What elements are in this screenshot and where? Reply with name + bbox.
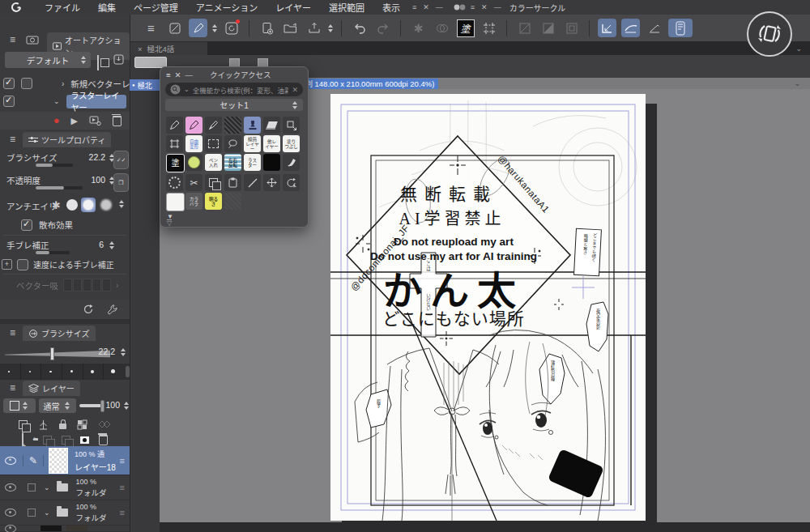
brush-preset-strip[interactable] (0, 364, 130, 380)
layer-thumbnail[interactable] (49, 448, 68, 474)
qa-pen-ire[interactable]: ペン 入れ (205, 154, 222, 171)
search-placeholder[interactable]: 全機能から検索(例：変形、油彩ブラシ) (193, 85, 289, 95)
brush-size-handle[interactable] (50, 347, 54, 360)
palette1-minimize-icon[interactable]: — (433, 3, 446, 11)
action-row-raster[interactable]: ⌄ ラスターレイヤー (3, 93, 126, 109)
open-file-icon[interactable] (281, 19, 300, 37)
new-canvas-icon[interactable] (258, 19, 276, 37)
tab-layer[interactable]: レイヤー (23, 381, 80, 396)
layer-check[interactable] (28, 483, 36, 492)
qa-copy[interactable] (205, 174, 222, 191)
qa-senga-layer[interactable]: 線画 レイヤー (244, 135, 261, 152)
search-scope-chevron[interactable]: ⌄ (184, 86, 190, 93)
opacity-source-button[interactable]: ❐ (113, 173, 129, 192)
qa-color-balance[interactable]: カラ バラ (185, 193, 202, 210)
layer-drag-handle[interactable]: ≡ (120, 483, 125, 492)
layer-mask-icon[interactable] (80, 436, 89, 444)
trim-canvas-icon[interactable] (480, 19, 498, 37)
action-check[interactable] (3, 78, 15, 89)
quick-access-palette[interactable]: ≡ ✕ — クイックアクセス ⌄ 全機能から検索(例：変形、油彩ブラシ) ✕ セ… (160, 66, 309, 228)
qa-brightness[interactable]: 明る さ (205, 193, 222, 210)
layer-row-partial[interactable] (0, 526, 130, 532)
tab-brush-size[interactable]: ブラシサイズ (23, 326, 96, 341)
quick-access-titlebar[interactable]: ≡ ✕ — クイックアクセス (160, 67, 308, 82)
action-set-dropdown[interactable]: デフォルト (5, 52, 91, 68)
no-rotate-icon[interactable] (515, 19, 534, 37)
qa-pen-tool-2[interactable] (205, 117, 222, 134)
manga-page[interactable]: ここは いけない @doconimonai_JF @harukanataA1 無… (330, 94, 646, 521)
layer-row-selected[interactable]: ✎ 100 % 通 レイヤー18 ≡ (0, 446, 130, 475)
search-clear-icon[interactable]: ✕ (292, 86, 298, 94)
aa-strong-icon[interactable] (100, 199, 112, 211)
clip-studio-badge-icon[interactable] (222, 19, 241, 37)
delete-action-icon[interactable] (113, 116, 122, 126)
import-set-icon[interactable] (113, 54, 124, 65)
qa-straight-line[interactable] (244, 174, 261, 191)
tool-stepper[interactable] (212, 24, 217, 32)
autoaction-menu-icon[interactable]: ≡ (10, 34, 15, 45)
menu-layer[interactable]: レイヤー (266, 1, 320, 14)
delete-layer-icon[interactable] (99, 435, 108, 445)
brush-size-panel-value[interactable]: 22.2 (94, 347, 115, 356)
qa-lasso-tool[interactable] (224, 135, 241, 152)
qa-transform-tool[interactable] (283, 117, 300, 134)
folder-collapse-icon[interactable]: ⌄ (44, 509, 50, 517)
qa-brush-stroke[interactable] (283, 154, 300, 171)
info-bar-chevron-icon[interactable]: ⌄ (794, 79, 800, 87)
qa-search-bar[interactable]: ⌄ 全機能から検索(例：変形、油彩ブラシ) ✕ (165, 83, 303, 96)
aa-none-icon[interactable]: ✱ (52, 199, 61, 211)
snap-special-ruler-icon[interactable] (621, 19, 640, 37)
collapse-icon[interactable]: ⌄ (53, 97, 60, 105)
qa-set-dropdown[interactable]: セット1 (165, 99, 303, 111)
tab-close-icon[interactable]: × (138, 45, 143, 53)
brush-size-panel-stepper[interactable] (121, 348, 126, 356)
tab-tool-property[interactable]: ツールプロパティ (23, 132, 111, 147)
preset-scrollbar[interactable] (126, 366, 130, 377)
palette2-minimize-icon[interactable]: — (491, 3, 505, 11)
menu-edit[interactable]: 編集 (89, 1, 125, 14)
layer-opacity-stepper[interactable] (124, 402, 129, 410)
main-menu-icon[interactable]: ≡ (142, 19, 160, 37)
autoaction-aux-icon[interactable] (26, 35, 39, 45)
menu-animation[interactable]: アニメーション (187, 1, 267, 14)
blend-mode-dropdown[interactable]: 通常 (39, 398, 76, 413)
qa-free-transform[interactable]: 自由 変形 (185, 135, 202, 152)
qa-crop-tool[interactable] (166, 135, 183, 152)
layer-opacity-value[interactable]: 100 (104, 400, 120, 410)
speed-stabilization-row[interactable]: + 速度による手ブレ補正 (2, 258, 114, 270)
scatter-row[interactable]: 散布効果 (21, 219, 73, 231)
qa-cut[interactable]: ✂ (185, 174, 202, 191)
merge-down-icon[interactable] (62, 436, 70, 445)
vector-expand-icon[interactable]: › (116, 281, 118, 290)
aa-weak-icon[interactable] (66, 199, 78, 211)
qa-pattern-dim[interactable] (224, 193, 241, 210)
toolprop-menu-icon[interactable]: ≡ (10, 134, 15, 145)
canvas-tab[interactable]: × 極北4話 (130, 42, 207, 55)
fill-command-icon[interactable]: 塗 (456, 19, 475, 37)
qa-rect-select[interactable] (205, 135, 222, 152)
stabilization-value[interactable]: 6 (87, 240, 104, 249)
qa-pen-tool[interactable] (166, 117, 183, 134)
palette1-menu-icon[interactable]: ≡ (409, 3, 420, 11)
menu-page[interactable]: ページ管理 (125, 1, 187, 14)
qa-eraser-tool[interactable] (263, 117, 280, 134)
palette2-close-icon[interactable]: ✕ (478, 3, 491, 11)
expand-plus-icon[interactable]: + (2, 259, 12, 270)
qa-processing[interactable] (166, 174, 183, 191)
qa-pink-pen-tool[interactable] (185, 117, 202, 134)
brushsize-menu-icon[interactable]: ≡ (10, 327, 15, 338)
qa-menu-icon[interactable]: ≡ (166, 70, 171, 79)
menu-selection[interactable]: 選択範囲 (320, 1, 373, 14)
tool-settings-wrench-icon[interactable] (107, 304, 118, 315)
tablet-mode-icon[interactable] (165, 19, 184, 37)
undo-icon[interactable] (350, 19, 369, 37)
qa-close-icon[interactable]: ✕ (175, 70, 181, 79)
page-list-item[interactable]: ● 極北 (130, 79, 160, 91)
qa-raster-layer[interactable]: ラス ター (244, 154, 261, 171)
snap-ruler-icon[interactable] (598, 19, 616, 37)
save-icon[interactable] (305, 19, 323, 37)
redo-icon[interactable] (373, 19, 392, 37)
clip-to-layer-icon[interactable] (19, 420, 28, 429)
vector-strength-cells[interactable] (63, 279, 111, 292)
expand-icon[interactable]: › (62, 79, 64, 88)
